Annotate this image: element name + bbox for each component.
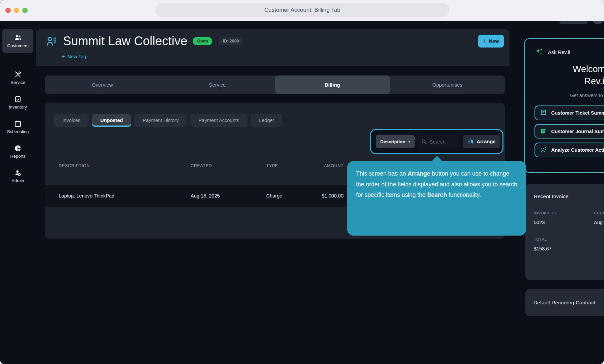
app-window: Customers Service Inventory Scheduling R… bbox=[0, 0, 604, 364]
sidebar-item-label: Reports bbox=[10, 154, 26, 159]
sidebar-item-scheduling[interactable]: Scheduling bbox=[2, 115, 33, 139]
arrange-label: Arrange bbox=[477, 139, 496, 144]
column-header-amount[interactable]: AMOUNT bbox=[320, 163, 344, 168]
search-icon bbox=[421, 139, 427, 145]
contract-heading: Default Recurring Contract bbox=[533, 300, 596, 306]
clipboard-icon bbox=[14, 95, 22, 103]
tooltip-text: functionality. bbox=[447, 191, 481, 198]
close-window-icon[interactable] bbox=[5, 8, 11, 13]
new-button-label: New bbox=[489, 38, 499, 44]
sidebar-item-label: Service bbox=[10, 80, 25, 85]
subtab-payment-history[interactable]: Payment History bbox=[135, 114, 187, 127]
tab-opportunities[interactable]: Opportunities bbox=[390, 75, 505, 94]
new-button[interactable]: + New bbox=[478, 35, 504, 48]
screen: Customers Service Inventory Scheduling R… bbox=[0, 0, 604, 364]
subtab-invoices[interactable]: Invoices bbox=[54, 114, 88, 127]
sidebar-item-label: Admin bbox=[12, 178, 24, 183]
subtab-payment-accounts[interactable]: Payment Accounts bbox=[190, 114, 247, 127]
action-label: Customer Ticket Summary bbox=[551, 110, 604, 116]
tutorial-tooltip: This screen has an Arrange button you ca… bbox=[347, 161, 526, 236]
arrange-sort-icon bbox=[468, 139, 474, 145]
search-field[interactable] bbox=[418, 135, 460, 148]
app-sidebar: Customers Service Inventory Scheduling R… bbox=[0, 21, 36, 364]
sidebar-item-inventory[interactable]: Inventory bbox=[2, 90, 33, 115]
tooltip-bold-arrange: Arrange bbox=[408, 170, 430, 177]
tooltip-text: This screen has an bbox=[356, 170, 408, 177]
action-label: Analyze Customer Activity bbox=[551, 147, 604, 153]
assistant-subtitle: Get answers to common bbox=[525, 93, 604, 98]
window-titlebar: Customer Account: Billing Tab bbox=[0, 0, 604, 21]
pie-chart-icon bbox=[14, 145, 22, 152]
default-recurring-contract-card[interactable]: Default Recurring Contract bbox=[525, 289, 604, 316]
customer-header: Summit Law Collective Open ID: 2000 + Ne… bbox=[36, 29, 510, 66]
invoice-id-value: 5023 bbox=[534, 220, 545, 225]
column-header-created[interactable]: CREATED bbox=[191, 163, 266, 168]
sidebar-item-label: Inventory bbox=[9, 104, 27, 110]
invoice-total-label: TOTAL bbox=[534, 237, 547, 241]
invoice-total-value: $158.67 bbox=[534, 246, 551, 251]
arrange-button[interactable]: Arrange bbox=[463, 135, 500, 148]
calendar-icon bbox=[14, 120, 22, 127]
sidebar-item-service[interactable]: Service bbox=[2, 66, 33, 90]
assistant-welcome: Welcome to Rev.ii! bbox=[525, 63, 604, 87]
cell-type: Charge bbox=[266, 193, 320, 199]
customer-id-badge: ID: 2000 bbox=[219, 37, 243, 45]
admin-person-icon bbox=[14, 169, 22, 177]
account-tabbar: Overview Service Billing Opportunities bbox=[45, 75, 505, 94]
recent-invoice-heading: Recent Invoice bbox=[534, 193, 569, 200]
assistant-title: Ask Rev.ii bbox=[548, 49, 570, 55]
sparkles-icon bbox=[535, 48, 544, 56]
tooltip-bold-search: Search bbox=[427, 191, 447, 198]
plus-icon: + bbox=[61, 54, 65, 60]
action-analyze-customer-activity[interactable]: Analyze Customer Activity bbox=[534, 143, 604, 157]
tab-overview[interactable]: Overview bbox=[45, 75, 160, 94]
invoice-created-label: CREATED bbox=[594, 211, 604, 215]
new-tag-label: New Tag bbox=[67, 54, 86, 59]
tab-service[interactable]: Service bbox=[160, 75, 275, 94]
action-label: Customer Journal Summary bbox=[551, 129, 604, 134]
tools-icon bbox=[14, 71, 22, 78]
minimize-window-icon[interactable] bbox=[14, 8, 19, 13]
column-header-type[interactable]: TYPE bbox=[266, 163, 320, 168]
subtab-unposted[interactable]: Unposted bbox=[92, 114, 131, 127]
cell-description: Laptop, Lenovo ThinkPad bbox=[59, 193, 191, 199]
column-header-description[interactable]: DESCRIPTION bbox=[59, 163, 191, 168]
field-selector-value: Description bbox=[380, 139, 405, 144]
invoice-id-label: INVOICE ID bbox=[534, 211, 556, 215]
action-customer-journal-summary[interactable]: Customer Journal Summary bbox=[534, 124, 604, 139]
new-tag-button[interactable]: + New Tag bbox=[61, 54, 86, 60]
field-selector-dropdown[interactable]: Description ▾ bbox=[376, 135, 415, 148]
search-arrange-toolbar: Description ▾ Arrange bbox=[370, 129, 503, 154]
tab-billing[interactable]: Billing bbox=[275, 75, 390, 94]
journal-icon bbox=[540, 128, 547, 135]
recent-invoice-card: Recent Invoice INVOICE ID 5023 CREATED A… bbox=[525, 184, 604, 280]
ticket-icon bbox=[540, 109, 547, 116]
plus-icon: + bbox=[483, 38, 487, 44]
zoom-window-icon[interactable] bbox=[22, 8, 28, 13]
status-badge: Open bbox=[193, 37, 212, 45]
sidebar-item-label: Customers bbox=[7, 43, 29, 48]
people-icon bbox=[14, 34, 22, 41]
sidebar-item-customers[interactable]: Customers bbox=[2, 29, 33, 53]
customer-card-icon bbox=[46, 35, 58, 47]
subtab-ledger[interactable]: Ledger bbox=[251, 114, 282, 127]
window-title: Customer Account: Billing Tab bbox=[155, 3, 449, 17]
chevron-down-icon: ▾ bbox=[408, 140, 410, 144]
billing-subtabs: Invoices Unposted Payment History Paymen… bbox=[54, 114, 282, 127]
search-input[interactable] bbox=[430, 139, 457, 145]
cell-created: Aug 18, 2025 bbox=[191, 193, 266, 199]
action-customer-ticket-summary[interactable]: Customer Ticket Summary bbox=[534, 105, 604, 120]
cell-amount: $1,000.00 bbox=[320, 193, 344, 199]
page-title: Summit Law Collective bbox=[63, 34, 187, 48]
sidebar-item-admin[interactable]: Admin bbox=[2, 164, 33, 188]
invoice-created-value: Aug bbox=[594, 220, 603, 225]
sidebar-item-reports[interactable]: Reports bbox=[2, 140, 33, 164]
sidebar-item-label: Scheduling bbox=[7, 129, 29, 134]
ask-revii-panel: Ask Rev.ii Welcome to Rev.ii! Get answer… bbox=[524, 38, 604, 173]
scatter-icon bbox=[540, 146, 547, 153]
